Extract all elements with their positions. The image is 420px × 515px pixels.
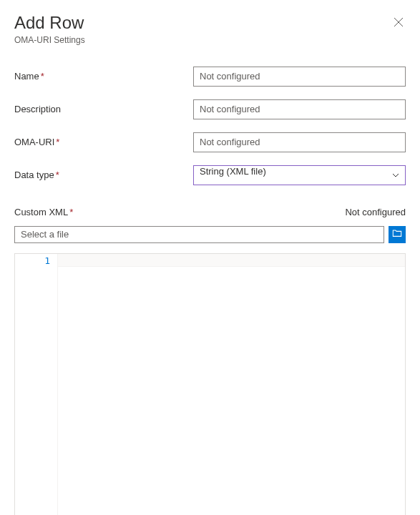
- custom-xml-status: Not configured: [345, 207, 406, 217]
- dialog-subtitle: OMA-URI Settings: [14, 35, 406, 45]
- oma-uri-label: OMA-URI*: [14, 137, 193, 147]
- required-indicator: *: [56, 170, 59, 180]
- required-indicator: *: [56, 137, 59, 147]
- required-indicator: *: [41, 71, 44, 82]
- custom-xml-label: Custom XML*: [14, 207, 73, 217]
- data-type-label: Data type*: [14, 170, 193, 180]
- line-number: 1: [15, 255, 50, 266]
- description-input[interactable]: [193, 99, 406, 119]
- browse-file-button[interactable]: [389, 226, 406, 243]
- required-indicator: *: [69, 207, 73, 217]
- oma-uri-input[interactable]: [193, 132, 406, 152]
- editor-current-line: [58, 254, 405, 267]
- close-button[interactable]: [391, 16, 406, 30]
- folder-icon: [392, 228, 402, 240]
- editor-gutter: 1: [15, 254, 58, 515]
- data-type-select[interactable]: String (XML file): [193, 165, 406, 185]
- name-label: Name*: [14, 71, 193, 82]
- editor-content[interactable]: [58, 254, 405, 515]
- description-label: Description: [14, 104, 193, 114]
- file-path-input[interactable]: [14, 226, 384, 243]
- name-input[interactable]: [193, 67, 406, 87]
- dialog-title: Add Row: [14, 13, 84, 34]
- xml-editor[interactable]: 1: [14, 253, 406, 515]
- close-icon: [394, 17, 404, 29]
